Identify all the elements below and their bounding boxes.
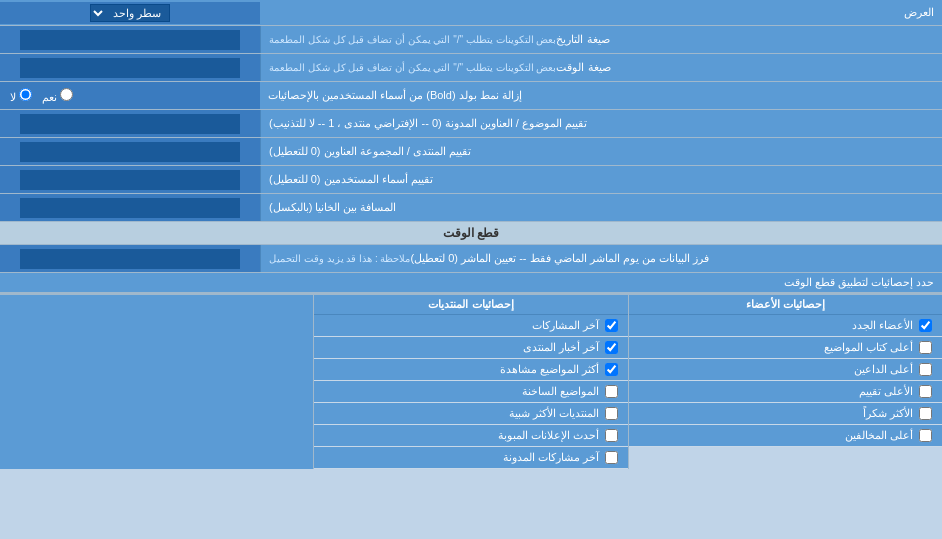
bold-remove-input: نعم لا [0,82,260,109]
stats-members-col: إحصائيات الأعضاء الأعضاء الجدد أعلى كتاب… [628,295,942,469]
stats-members-lbl-0: الأعضاء الجدد [852,319,913,332]
time-format-field[interactable]: H:i [20,58,240,78]
stats-members-cb-4[interactable] [919,407,932,420]
time-format-row: صيغة الوقت بعض التكوينات يتطلب "/" التي … [0,54,942,82]
stats-posts-item-0: آخر المشاركات [314,315,627,337]
stats-members-lbl-5: أعلى المخالفين [845,429,913,442]
distance-input: 2 [0,194,260,221]
stats-posts-lbl-2: أكثر المواضيع مشاهدة [500,363,599,376]
bold-no-radio[interactable] [19,88,32,101]
topics-order-input: 33 [0,110,260,137]
bold-remove-label: إزالة نمط بولد (Bold) من أسماء المستخدمي… [260,82,942,109]
forum-order-label: تقييم المنتدى / المجموعة العناوين (0 للت… [260,138,942,165]
time-format-input: H:i [0,54,260,81]
bold-no-label: لا [10,88,32,104]
date-format-label: صيغة التاريخ بعض التكوينات يتطلب "/" الت… [260,26,942,53]
stats-members-cb-0[interactable] [919,319,932,332]
cutoff-days-field[interactable]: 0 [20,249,240,269]
stats-posts-lbl-6: آخر مشاركات المدونة [503,451,599,464]
stats-posts-cb-4[interactable] [605,407,618,420]
stats-posts-lbl-0: آخر المشاركات [532,319,599,332]
main-container: العرض سطر واحد سطران ثلاثة أسطر صيغة الت… [0,0,942,469]
bold-yes-radio[interactable] [60,88,73,101]
stats-members-header: إحصائيات الأعضاء [629,295,942,315]
forum-order-row: تقييم المنتدى / المجموعة العناوين (0 للت… [0,138,942,166]
distance-field[interactable]: 2 [20,198,240,218]
bold-remove-row: إزالة نمط بولد (Bold) من أسماء المستخدمي… [0,82,942,110]
users-order-field[interactable]: 0 [20,170,240,190]
cutoff-days-input: 0 [0,245,260,272]
stats-posts-cb-2[interactable] [605,363,618,376]
date-format-input: d-m [0,26,260,53]
stats-members-item-0: الأعضاء الجدد [629,315,942,337]
forum-order-field[interactable]: 33 [20,142,240,162]
cutoff-days-label: فرز البيانات من يوم الماشر الماضي فقط --… [260,245,942,272]
stats-members-lbl-4: الأكثر شكراً [863,407,913,420]
stats-posts-item-2: أكثر المواضيع مشاهدة [314,359,627,381]
topics-order-field[interactable]: 33 [20,114,240,134]
stats-posts-lbl-5: أحدث الإعلانات المبوبة [498,429,599,442]
users-order-label: تقييم أسماء المستخدمين (0 للتعطيل) [260,166,942,193]
stats-members-cb-1[interactable] [919,341,932,354]
stats-posts-cb-6[interactable] [605,451,618,464]
stats-members-cb-3[interactable] [919,385,932,398]
topics-order-row: تقييم الموضوع / العناوين المدونة (0 -- ا… [0,110,942,138]
forum-order-input: 33 [0,138,260,165]
cutoff-section-header: قطع الوقت [0,222,942,245]
stats-members-cb-2[interactable] [919,363,932,376]
display-select[interactable]: سطر واحد سطران ثلاثة أسطر [90,4,170,22]
display-label: العرض [260,3,942,22]
distance-label: المسافة بين الخانيا (بالبكسل) [260,194,942,221]
stats-section: إحصائيات الأعضاء الأعضاء الجدد أعلى كتاب… [0,293,942,469]
stats-members-item-5: أعلى المخالفين [629,425,942,447]
stats-members-item-3: الأعلى تقييم [629,381,942,403]
cutoff-days-row: فرز البيانات من يوم الماشر الماضي فقط --… [0,245,942,273]
stats-members-cb-5[interactable] [919,429,932,442]
stats-posts-item-3: المواضيع الساخنة [314,381,627,403]
stats-members-item-2: أعلى الداعين [629,359,942,381]
stats-posts-cb-1[interactable] [605,341,618,354]
bold-yes-label: نعم [42,88,73,104]
stats-posts-col: إحصائيات المنتديات آخر المشاركات آخر أخب… [313,295,627,469]
limit-stats-label: حدد إحصائيات لتطبيق قطع الوقت [0,273,942,293]
display-row: العرض سطر واحد سطران ثلاثة أسطر [0,0,942,26]
stats-posts-lbl-4: المنتديات الأكثر شبية [509,407,599,420]
stats-posts-cb-5[interactable] [605,429,618,442]
stats-posts-cb-3[interactable] [605,385,618,398]
stats-posts-lbl-1: آخر أخبار المنتدى [523,341,599,354]
stats-right-col [0,295,313,469]
stats-members-item-1: أعلى كتاب المواضيع [629,337,942,359]
time-format-label: صيغة الوقت بعض التكوينات يتطلب "/" التي … [260,54,942,81]
stats-posts-header: إحصائيات المنتديات [314,295,627,315]
users-order-row: تقييم أسماء المستخدمين (0 للتعطيل) 0 [0,166,942,194]
stats-members-lbl-3: الأعلى تقييم [859,385,913,398]
stats-posts-lbl-3: المواضيع الساخنة [522,385,599,398]
stats-posts-cb-0[interactable] [605,319,618,332]
date-format-row: صيغة التاريخ بعض التكوينات يتطلب "/" الت… [0,26,942,54]
stats-members-lbl-1: أعلى كتاب المواضيع [824,341,913,354]
date-format-field[interactable]: d-m [20,30,240,50]
users-order-input: 0 [0,166,260,193]
stats-members-item-4: الأكثر شكراً [629,403,942,425]
display-input: سطر واحد سطران ثلاثة أسطر [0,2,260,24]
distance-row: المسافة بين الخانيا (بالبكسل) 2 [0,194,942,222]
stats-members-lbl-2: أعلى الداعين [854,363,913,376]
topics-order-label: تقييم الموضوع / العناوين المدونة (0 -- ا… [260,110,942,137]
stats-posts-item-1: آخر أخبار المنتدى [314,337,627,359]
stats-posts-item-4: المنتديات الأكثر شبية [314,403,627,425]
stats-posts-item-6: آخر مشاركات المدونة [314,447,627,469]
stats-posts-item-5: أحدث الإعلانات المبوبة [314,425,627,447]
